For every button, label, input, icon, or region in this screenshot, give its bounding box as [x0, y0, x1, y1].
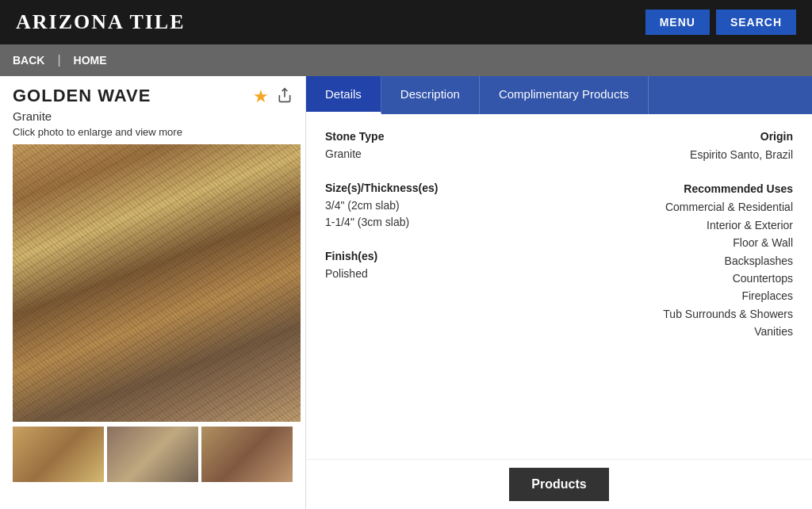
header: ARIZONA TILE MENU SEARCH — [0, 0, 812, 44]
detail-grid: Stone Type Granite Size(s)/Thickness(es)… — [325, 130, 793, 341]
origin-value: Espirito Santo, Brazil — [559, 146, 793, 163]
tab-complimentary[interactable]: Complimentary Products — [480, 76, 649, 114]
recommended-countertops: Countertops — [559, 270, 793, 287]
products-btn-container: Products — [306, 459, 812, 509]
thumbnail-2[interactable] — [107, 427, 198, 482]
stone-type-label: Stone Type — [325, 130, 559, 143]
tab-description[interactable]: Description — [381, 76, 480, 114]
recommended-vanities: Vanities — [559, 323, 793, 340]
recommended-label: Recommended Uses — [559, 182, 793, 195]
stone-type-value: Granite — [325, 146, 559, 163]
granite-texture — [13, 144, 301, 422]
products-button[interactable]: Products — [509, 468, 608, 501]
left-panel: GOLDEN WAVE ★ Granite Click photo to enl… — [0, 76, 305, 509]
nav-bar: BACK | HOME — [0, 44, 812, 76]
tab-details[interactable]: Details — [306, 76, 381, 114]
product-title: GOLDEN WAVE — [13, 86, 151, 106]
finish-label: Finish(es) — [325, 250, 559, 262]
title-row: GOLDEN WAVE ★ — [13, 86, 293, 108]
home-link[interactable]: HOME — [74, 54, 107, 67]
recommended-floor: Floor & Wall — [559, 234, 793, 251]
detail-right-col: Origin Espirito Santo, Brazil Recommende… — [559, 130, 793, 341]
sizes-label: Size(s)/Thickness(es) — [325, 182, 559, 194]
share-icon[interactable] — [277, 87, 293, 107]
product-hint: Click photo to enlarge and view more — [13, 126, 293, 138]
thumbnail-3[interactable] — [201, 427, 293, 482]
search-button[interactable]: SEARCH — [716, 10, 796, 35]
origin-label: Origin — [559, 130, 793, 143]
header-buttons: MENU SEARCH — [645, 10, 796, 35]
sizes-value-1: 3/4" (2cm slab) — [325, 197, 559, 214]
sizes-value-2: 1-1/4" (3cm slab) — [325, 214, 559, 231]
thumbnail-1[interactable] — [13, 427, 104, 482]
finish-value: Polished — [325, 266, 559, 282]
thumbnails-row — [13, 427, 293, 482]
recommended-backsplashes: Backsplashes — [559, 252, 793, 270]
nav-divider: | — [57, 53, 60, 67]
recommended-interior: Interior & Exterior — [559, 216, 793, 234]
recommended-commercial: Commercial & Residential — [559, 198, 793, 216]
logo: ARIZONA TILE — [16, 10, 186, 34]
product-actions: ★ — [253, 86, 293, 107]
right-panel: Details Description Complimentary Produc… — [305, 76, 812, 509]
back-link[interactable]: BACK — [13, 54, 44, 67]
main-content: GOLDEN WAVE ★ Granite Click photo to enl… — [0, 76, 812, 509]
menu-button[interactable]: MENU — [645, 10, 710, 35]
details-content: Stone Type Granite Size(s)/Thickness(es)… — [306, 114, 812, 459]
recommended-fireplaces: Fireplaces — [559, 287, 793, 304]
recommended-tub: Tub Surrounds & Showers — [559, 305, 793, 323]
product-image[interactable] — [13, 144, 301, 422]
product-subtitle: Granite — [13, 109, 293, 123]
tabs: Details Description Complimentary Produc… — [306, 76, 812, 114]
detail-left-col: Stone Type Granite Size(s)/Thickness(es)… — [325, 130, 559, 341]
favorite-icon[interactable]: ★ — [253, 86, 269, 107]
